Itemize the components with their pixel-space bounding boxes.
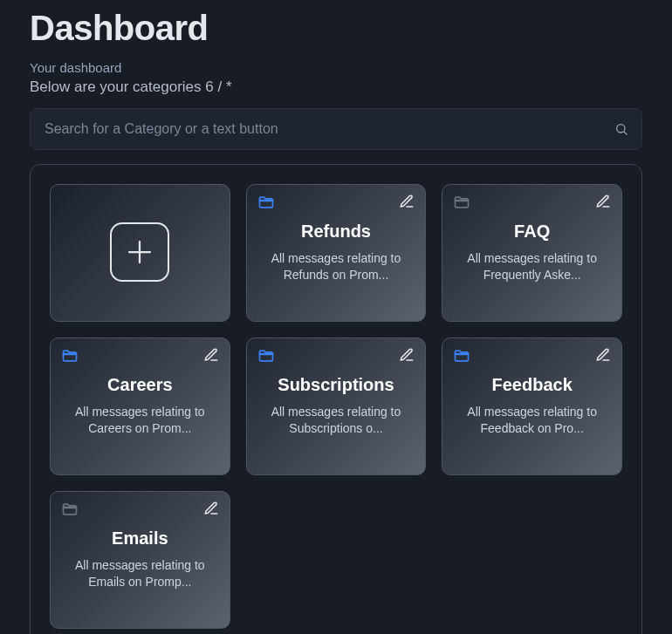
categories-panel: Refunds All messages relating to Refunds… <box>30 164 642 634</box>
category-description: All messages relating to Emails on Promp… <box>72 557 208 590</box>
folder-icon <box>257 194 275 211</box>
category-card[interactable]: FAQ All messages relating to Frequently … <box>442 184 622 322</box>
add-category-card[interactable] <box>50 184 230 322</box>
category-title: Refunds <box>301 222 371 242</box>
svg-point-0 <box>617 125 625 133</box>
edit-icon[interactable] <box>399 347 415 363</box>
edit-icon[interactable] <box>203 347 219 363</box>
category-description: All messages relating to Frequently Aske… <box>464 250 600 283</box>
category-title: Emails <box>112 528 168 549</box>
page-subtitle: Your dashboard <box>30 60 642 75</box>
search-input[interactable] <box>30 108 642 150</box>
folder-icon <box>453 194 470 211</box>
category-description: All messages relating to Refunds on Prom… <box>268 250 403 283</box>
category-card[interactable]: Careers All messages relating to Careers… <box>50 337 230 475</box>
category-title: Feedback <box>492 375 573 395</box>
svg-line-1 <box>624 132 627 134</box>
search-icon[interactable] <box>614 122 628 136</box>
category-card[interactable]: Feedback All messages relating to Feedba… <box>442 337 622 475</box>
categories-grid: Refunds All messages relating to Refunds… <box>50 184 622 629</box>
category-title: Careers <box>107 375 173 395</box>
edit-icon[interactable] <box>399 194 415 209</box>
category-description: All messages relating to Feedback on Pro… <box>464 404 600 437</box>
folder-icon <box>453 347 470 365</box>
category-description: All messages relating to Careers on Prom… <box>72 404 208 437</box>
category-description: All messages relating to Subscriptions o… <box>268 404 403 437</box>
categories-count-line: Below are your categories 6 / * <box>30 78 642 96</box>
category-title: FAQ <box>514 222 550 242</box>
folder-icon <box>257 347 275 365</box>
category-card[interactable]: Refunds All messages relating to Refunds… <box>246 184 427 322</box>
folder-icon <box>61 501 79 518</box>
edit-icon[interactable] <box>203 501 219 516</box>
edit-icon[interactable] <box>595 347 611 363</box>
folder-icon <box>61 347 79 365</box>
category-card[interactable]: Emails All messages relating to Emails o… <box>50 491 230 629</box>
page-title: Dashboard <box>30 9 642 48</box>
search-bar <box>30 108 642 150</box>
category-title: Subscriptions <box>278 375 394 395</box>
category-card[interactable]: Subscriptions All messages relating to S… <box>246 337 427 475</box>
plus-icon <box>110 222 169 282</box>
edit-icon[interactable] <box>595 194 611 209</box>
